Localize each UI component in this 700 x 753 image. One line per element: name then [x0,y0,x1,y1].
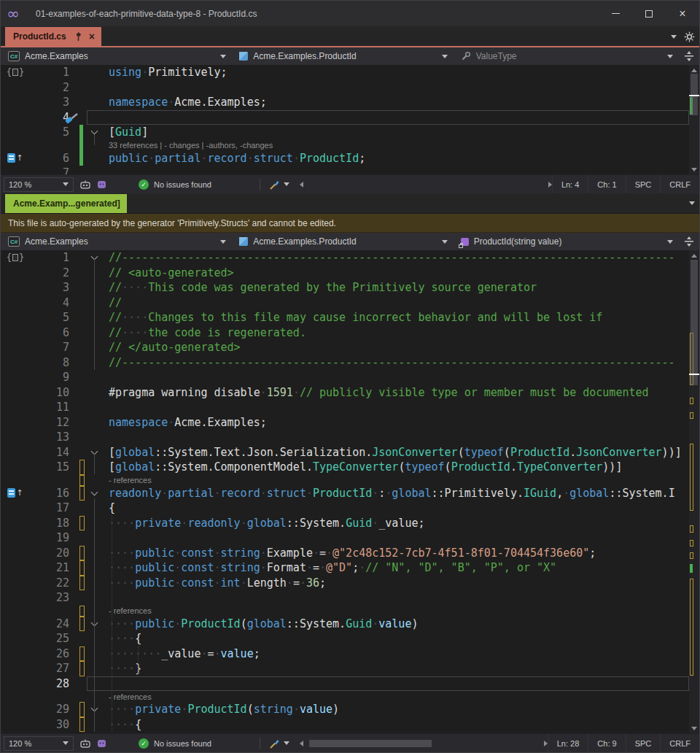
scrollbar-thumb[interactable] [309,740,432,747]
code-line[interactable]: 21····public·const·string·Format·=·@"D";… [1,560,699,576]
scroll-left-icon[interactable] [300,741,303,746]
code-line[interactable]: 22····public·const·int·Length·=·36; [1,576,699,591]
references-margin-icon[interactable] [7,153,15,163]
codelens-row[interactable]: - references [1,606,699,617]
code-line[interactable]: 14[global::System.Text.Json.Serializatio… [1,445,699,460]
nav-type-dropdown[interactable]: Acme.Examples.ProductId [232,47,453,65]
space-mode-indicator[interactable]: SPC [626,734,661,752]
code-line[interactable]: 20····public·const·string·Example·=·@"2c… [1,546,699,561]
line-indicator[interactable]: Ln: 28 [548,734,588,752]
codelens-row[interactable]: - references [1,475,699,486]
code-line[interactable]: {}1//-----------------------------------… [1,250,699,266]
fold-chevron-icon[interactable] [90,488,98,495]
code-line[interactable]: 28 [1,676,699,692]
code-line[interactable]: 6//····the code is regenerated. [1,325,699,341]
code-structure-icon[interactable]: {} [7,67,24,77]
code-line[interactable]: 29····private·ProductId(string·value) [1,702,699,717]
vertical-scrollbar[interactable] [689,65,699,174]
tab-list-dropdown-icon[interactable] [689,201,695,205]
tab-label: ProductId.cs [13,31,66,42]
zoom-select[interactable]: 120 % [4,177,74,192]
nav-member-dropdown[interactable]: ProductId(string value) [454,233,679,250]
code-line[interactable]: 8//-------------------------------------… [1,355,699,371]
line-ending-indicator[interactable]: CRLF [660,734,699,752]
scroll-right-icon[interactable] [548,182,552,188]
scrollbar-thumb[interactable] [691,260,698,385]
code-line[interactable]: 30····{ [1,717,699,733]
code-line[interactable]: 4// [1,296,699,311]
nav-project-dropdown[interactable]: C# Acme.Examples [1,233,232,250]
references-margin-icon[interactable] [7,488,15,498]
scroll-up-icon[interactable] [689,250,699,260]
code-line[interactable]: 18····private·readonly·global::System.Gu… [1,516,699,531]
nav-project-dropdown[interactable]: C# Acme.Examples [1,47,232,65]
gear-icon[interactable] [684,31,695,42]
codelens-row[interactable]: - references [1,691,699,702]
nav-member-dropdown[interactable]: ValueType [454,47,679,65]
tab-list-dropdown-icon[interactable] [671,35,677,39]
code-cleanup-button[interactable] [269,738,289,749]
zoom-select[interactable]: 120 % [4,736,74,751]
code-line[interactable]: 13 [1,430,699,445]
code-line[interactable]: 24····public·ProductId(global::System.Gu… [1,617,699,632]
split-editor-icon[interactable] [679,236,699,247]
maximize-button[interactable] [632,1,666,26]
column-indicator[interactable]: Ch: 9 [588,734,625,752]
codelens-row[interactable]: 33 references | - changes | -authors, -c… [1,140,699,151]
code-line[interactable]: 5[Guid] [1,125,699,140]
code-line[interactable]: 19 [1,530,699,546]
copilot-icon[interactable] [79,179,91,190]
fold-chevron-icon[interactable] [90,128,98,135]
code-line[interactable]: 2// <auto-generated> [1,266,699,281]
code-line[interactable]: {}1using·Primitively; [1,65,699,80]
code-line[interactable]: 3namespace·Acme.Examples; [1,95,699,110]
code-line[interactable]: 7// </auto-generated> [1,340,699,355]
vertical-scrollbar[interactable] [689,250,699,733]
code-line[interactable]: 4 [1,110,699,126]
tab-generated-file[interactable]: Acme.Examp...generated] [5,194,127,213]
column-indicator[interactable]: Ch: 1 [588,175,625,193]
extension-badge-icon[interactable] [97,179,106,189]
close-button[interactable]: × [666,1,699,26]
code-line[interactable]: 15[global::System.ComponentModel.TypeCon… [1,460,699,475]
scroll-right-icon[interactable] [544,741,548,746]
code-line[interactable]: 17{ [1,501,699,516]
extension-badge-icon[interactable] [97,738,106,748]
scroll-down-icon[interactable] [689,164,699,174]
code-line[interactable]: 26········_value·=·value; [1,646,699,662]
code-editor-1[interactable]: {}1using·Primitively;23namespace·Acme.Ex… [1,65,699,174]
horizontal-scrollbar[interactable] [300,734,548,752]
code-cleanup-button[interactable] [269,179,289,190]
space-mode-indicator[interactable]: SPC [626,175,661,193]
code-line[interactable]: 11 [1,400,699,415]
code-line[interactable]: 27····} [1,661,699,676]
copilot-icon[interactable] [79,738,91,749]
line-indicator[interactable]: Ln: 4 [552,175,588,193]
quick-actions-screwdriver-icon[interactable] [65,112,81,124]
split-editor-icon[interactable] [679,50,699,62]
code-line[interactable]: 3//····This code was generated by the Pr… [1,280,699,296]
code-line[interactable]: 23 [1,590,699,606]
scroll-down-icon[interactable] [689,723,699,733]
code-line[interactable]: 7 [1,166,699,174]
issues-indicator[interactable]: ✓ No issues found [139,179,211,190]
code-line[interactable]: ↑16readonly·partial·record·struct·Produc… [1,486,699,501]
tab-productid-cs[interactable]: ProductId.cs × [5,27,101,46]
code-line[interactable]: 10#pragma warning disable·1591·// public… [1,385,699,401]
code-line[interactable]: 9 [1,370,699,385]
nav-type-dropdown[interactable]: Acme.Examples.ProductId [232,233,453,250]
scroll-left-icon[interactable] [300,182,303,188]
code-structure-icon[interactable]: {} [7,252,24,263]
horizontal-scrollbar[interactable] [300,175,552,193]
line-ending-indicator[interactable]: CRLF [660,175,699,193]
code-line[interactable]: 25····{ [1,631,699,646]
issues-indicator[interactable]: ✓ No issues found [139,738,211,749]
code-line[interactable]: ↑6public·partial·record·struct·ProductId… [1,151,699,166]
code-line[interactable]: 5//····Changes to this file may cause in… [1,310,699,325]
minimize-button[interactable] [599,1,632,26]
tab-close-icon[interactable]: × [89,31,95,42]
pin-icon[interactable] [74,32,82,42]
code-editor-2[interactable]: {}1//-----------------------------------… [1,250,699,733]
code-line[interactable]: 2 [1,80,699,96]
code-line[interactable]: 12namespace·Acme.Examples; [1,415,699,430]
